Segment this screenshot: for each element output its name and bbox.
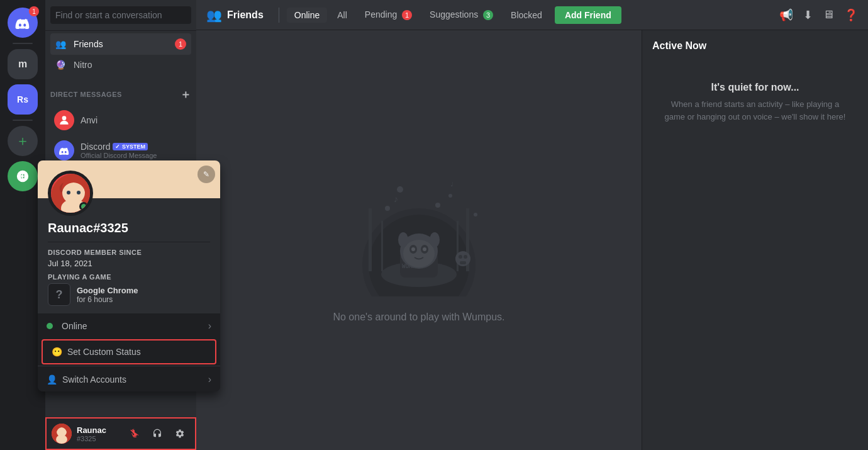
dm-search-container <box>45 0 196 31</box>
svg-point-6 <box>77 191 81 194</box>
popup-avatar <box>48 171 93 216</box>
svg-point-9 <box>56 435 67 444</box>
tab-blocked[interactable]: Blocked <box>503 8 550 23</box>
server-divider <box>13 43 33 44</box>
sidebar-item-nitro[interactable]: 🔮 Nitro <box>50 55 191 75</box>
svg-point-5 <box>67 191 70 194</box>
dm-discord-info: Discord ✓ SYSTEM Official Discord Messag… <box>81 142 157 159</box>
game-info: Google Chrome for 6 hours <box>77 286 138 304</box>
friends-empty-text: No one's around to play with Wumpus. <box>333 312 504 323</box>
add-dm-button[interactable]: ＋ <box>180 89 192 100</box>
pending-badge: 1 <box>402 10 412 20</box>
top-bar-right: 📢 ⬇ 🖥 ❓ <box>779 8 858 22</box>
edit-profile-button[interactable]: ✎ <box>198 166 215 183</box>
screen-icon[interactable]: 🖥 <box>823 8 834 21</box>
add-server-button[interactable]: ＋ <box>8 126 38 156</box>
avatar-anvi <box>54 110 74 130</box>
switch-accounts-menu-item[interactable]: 👤 Switch Accounts › <box>38 368 220 391</box>
dm-sidebar: 👥 Friends 1 🔮 Nitro Direct Messages ＋ An… <box>45 0 196 450</box>
svg-rect-25 <box>381 221 383 271</box>
nitro-icon: 🔮 <box>55 60 66 70</box>
chevron-right-icon-2: › <box>208 374 211 385</box>
svg-point-29 <box>397 186 403 193</box>
svg-text:♩: ♩ <box>450 181 453 188</box>
add-friend-button[interactable]: Add Friend <box>555 6 621 24</box>
svg-rect-35 <box>460 261 466 264</box>
friends-top-icon: 👥 <box>206 8 222 23</box>
divider <box>279 8 279 23</box>
popup-divider-1 <box>48 242 210 242</box>
active-now-empty: It's quiet for now... When a friend star… <box>652 67 858 138</box>
tab-online[interactable]: Online <box>287 8 327 23</box>
user-popup: ✎ <box>38 160 220 391</box>
online-status-menu-item[interactable]: Online › <box>38 314 220 338</box>
friends-area: WUMPUS <box>196 30 868 450</box>
sidebar-item-friends[interactable]: 👥 Friends 1 <box>50 33 191 55</box>
main-content: 👥 Friends Online All Pending 1 Suggestio… <box>196 0 868 450</box>
popup-menu-divider <box>38 366 220 366</box>
svg-point-31 <box>474 213 477 217</box>
server-divider-2 <box>13 120 33 121</box>
settings-button[interactable] <box>170 424 190 444</box>
system-badge: ✓ SYSTEM <box>113 143 148 150</box>
dm-section-header: Direct Messages ＋ <box>45 77 196 103</box>
switch-accounts-icon: 👤 <box>47 374 57 385</box>
tab-pending[interactable]: Pending 1 <box>357 7 420 23</box>
server-icon-m[interactable]: m <box>8 49 38 79</box>
game-icon: ? <box>48 283 70 306</box>
svg-point-21 <box>398 232 408 247</box>
top-bar: 👥 Friends Online All Pending 1 Suggestio… <box>196 0 868 30</box>
mute-button[interactable] <box>125 424 145 444</box>
user-bar-avatar <box>52 424 72 444</box>
deafen-button[interactable] <box>147 424 167 444</box>
discover-button[interactable] <box>8 161 38 191</box>
friends-badge: 1 <box>175 38 186 50</box>
active-now-title: Active Now <box>652 40 858 52</box>
wumpus-illustration: WUMPUS <box>299 158 538 296</box>
server-icon-rs[interactable]: Rs <box>8 84 38 115</box>
svg-point-27 <box>385 206 390 211</box>
tab-suggestions[interactable]: Suggestions 3 <box>422 7 501 23</box>
popup-username: Raunac#3325 <box>48 221 210 235</box>
popup-avatar-wrap <box>48 171 93 216</box>
new-group-dm-icon[interactable]: 📢 <box>779 8 793 22</box>
avatar-discord <box>54 140 74 160</box>
suggestions-badge: 3 <box>483 10 493 20</box>
svg-point-34 <box>464 255 467 259</box>
friends-main: WUMPUS <box>196 30 642 450</box>
friends-icon: 👥 <box>55 39 66 49</box>
user-bar-info: Raunac #3325 <box>77 425 120 442</box>
set-custom-status-menu-item[interactable]: 😶 Set Custom Status <box>42 339 216 364</box>
user-bar: Raunac #3325 <box>45 417 196 450</box>
svg-point-16 <box>403 240 435 267</box>
svg-point-28 <box>448 194 452 198</box>
svg-text:♪: ♪ <box>394 194 398 204</box>
svg-point-1 <box>62 116 67 120</box>
user-bar-controls <box>125 424 190 444</box>
svg-point-22 <box>430 232 440 247</box>
online-indicator <box>79 202 88 211</box>
dm-nav: 👥 Friends 1 🔮 Nitro <box>45 31 196 77</box>
svg-point-33 <box>459 255 462 259</box>
svg-point-19 <box>411 247 415 251</box>
online-status-dot <box>47 323 53 329</box>
home-button[interactable]: 1 <box>8 8 38 38</box>
popup-menu: Online › 😶 Set Custom Status 👤 Switch Ac… <box>38 314 220 391</box>
popup-banner: ✎ <box>38 160 220 198</box>
search-input[interactable] <box>50 6 191 24</box>
custom-status-icon: 😶 <box>52 347 62 357</box>
tab-all[interactable]: All <box>330 8 355 23</box>
download-icon[interactable]: ⬇ <box>803 8 813 22</box>
help-icon[interactable]: ❓ <box>844 8 858 22</box>
svg-point-20 <box>423 247 426 251</box>
dm-item-anvi[interactable]: Anvi <box>50 105 191 135</box>
popup-game-row: ? Google Chrome for 6 hours <box>48 283 210 306</box>
svg-point-30 <box>435 203 440 208</box>
chevron-right-icon: › <box>208 320 211 332</box>
svg-rect-23 <box>369 208 372 271</box>
home-notification-badge: 1 <box>29 6 39 16</box>
active-now-panel: Active Now It's quiet for now... When a … <box>642 30 868 450</box>
